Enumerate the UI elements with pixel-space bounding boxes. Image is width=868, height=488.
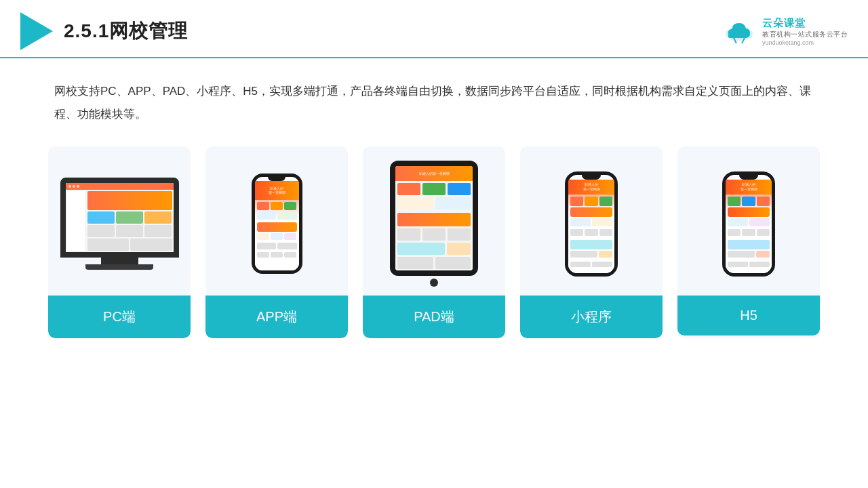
- card-pad-label: PAD端: [363, 296, 505, 338]
- monitor-mockup: [60, 178, 179, 270]
- logo-text: 云朵课堂 教育机构一站式服务云平台 yunduoketang.com: [762, 17, 848, 46]
- card-miniprogram: 职通人的第一堂网课: [520, 146, 663, 338]
- header-left: 2.5.1网校管理: [20, 12, 188, 50]
- card-app: 职通人的第一堂网课: [205, 146, 348, 338]
- card-h5-image: 职通人的第一堂网课: [677, 146, 820, 296]
- card-pad-image: 职通人的第一堂网课: [363, 146, 505, 296]
- card-pc-image: [48, 146, 191, 296]
- logo-area: 云朵课堂 教育机构一站式服务云平台 yunduoketang.com: [722, 17, 848, 46]
- card-pc-label: PC端: [48, 296, 191, 338]
- card-pc: PC端: [48, 146, 191, 338]
- play-icon: [20, 12, 53, 50]
- tablet-mockup: 职通人的第一堂网课: [390, 161, 478, 287]
- page-title: 2.5.1网校管理: [64, 18, 188, 44]
- logo-cloud-icon: [722, 19, 757, 43]
- card-miniprogram-label: 小程序: [520, 296, 663, 338]
- card-miniprogram-image: 职通人的第一堂网课: [520, 146, 663, 296]
- phone-mockup-app: 职通人的第一堂网课: [252, 174, 302, 274]
- card-app-image: 职通人的第一堂网课: [205, 146, 348, 296]
- cards-area: PC端 职通人的第一堂网课: [0, 140, 868, 338]
- card-app-label: APP端: [205, 296, 348, 338]
- page-header: 2.5.1网校管理 云朵课堂 教育机构一站式服务云平台 yunduoketang…: [0, 0, 868, 58]
- card-pad: 职通人的第一堂网课: [363, 146, 505, 338]
- card-h5-label: H5: [677, 296, 820, 336]
- phone-mockup-h5: 职通人的第一堂网课: [722, 171, 775, 277]
- description-text: 网校支持PC、APP、PAD、小程序、H5，实现多端打通，产品各终端自由切换，数…: [0, 58, 868, 140]
- phone-mockup-mini: 职通人的第一堂网课: [565, 171, 618, 277]
- card-h5: 职通人的第一堂网课: [677, 146, 820, 338]
